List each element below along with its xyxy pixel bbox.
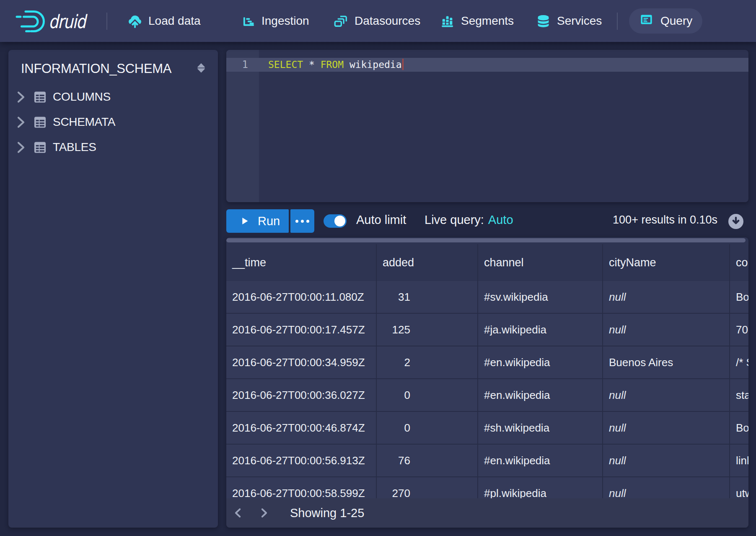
cloud-upload-icon bbox=[128, 14, 142, 28]
table-cell[interactable]: #en.wikipedia bbox=[477, 346, 602, 378]
table-cell[interactable]: 70:44:appended text bbox=[729, 314, 748, 346]
cell-value: 270 bbox=[383, 487, 410, 500]
chevron-right-icon[interactable] bbox=[14, 115, 27, 129]
download-icon[interactable] bbox=[728, 214, 743, 229]
table-cell[interactable]: 0 bbox=[376, 379, 477, 411]
table-cell[interactable]: 2 bbox=[376, 346, 477, 378]
table-cell[interactable]: #sv.wikipedia bbox=[477, 281, 602, 313]
table-cell[interactable]: null bbox=[602, 314, 729, 346]
table-cell[interactable]: /* Status */ fixed bbox=[729, 346, 748, 378]
more-dot bbox=[295, 220, 298, 223]
table-cell[interactable]: 0 bbox=[376, 412, 477, 444]
nav-item-datasources[interactable]: Datasources bbox=[334, 0, 420, 42]
table-cell[interactable]: null bbox=[602, 412, 729, 444]
table-cell[interactable]: 2016-06-27T00:00:34.959Z bbox=[226, 346, 376, 378]
table-cell[interactable]: stats update bbox=[729, 379, 748, 411]
table-row: 2016-06-27T00:00:56.913Z76#en.wikipedian… bbox=[226, 445, 748, 477]
table-row: 2016-06-27T00:00:34.959Z2#en.wikipediaBu… bbox=[226, 346, 748, 379]
nav-item-query[interactable]: Query bbox=[629, 8, 702, 34]
next-page-icon[interactable] bbox=[258, 507, 270, 519]
run-button[interactable]: Run bbox=[226, 209, 289, 233]
live-query-label: Live query:Auto bbox=[425, 202, 513, 237]
nav-item-load-data[interactable]: Load data bbox=[128, 0, 201, 42]
database-icon bbox=[536, 14, 550, 28]
nav-item-ingestion[interactable]: Ingestion bbox=[241, 0, 309, 42]
column-header-comment[interactable]: comment bbox=[729, 244, 748, 281]
table-cell[interactable]: null bbox=[602, 445, 729, 476]
editor-code-line[interactable]: SELECT * FROM wikipedia bbox=[268, 58, 404, 72]
tree-item-label: COLUMNS bbox=[53, 90, 111, 104]
table-cell[interactable]: #en.wikipedia bbox=[477, 445, 602, 476]
table-cell[interactable]: #en.wikipedia bbox=[477, 379, 602, 411]
table-cell[interactable]: #sh.wikipedia bbox=[477, 412, 602, 444]
prev-page-icon[interactable] bbox=[232, 507, 244, 519]
table-cell[interactable]: links fixed bbox=[729, 445, 748, 476]
sql-token bbox=[344, 59, 350, 70]
column-header-time[interactable]: __time bbox=[226, 244, 376, 281]
column-header-channel[interactable]: channel bbox=[477, 244, 602, 281]
cell-value: 0 bbox=[383, 389, 410, 402]
nav-divider bbox=[106, 13, 107, 30]
cell-value: 125 bbox=[383, 323, 410, 336]
table-cell[interactable]: 2016-06-27T00:00:11.080Z bbox=[226, 281, 376, 313]
nav-item-label: Segments bbox=[461, 14, 514, 28]
cell-value: 31 bbox=[383, 291, 410, 304]
tree-item-schemata[interactable]: SCHEMATA bbox=[8, 109, 218, 135]
run-more-button[interactable] bbox=[290, 209, 314, 233]
table-cell[interactable]: 76 bbox=[376, 445, 477, 476]
tree-item-tables[interactable]: TABLES bbox=[8, 135, 218, 160]
nav-item-services[interactable]: Services bbox=[536, 0, 602, 42]
tree-item-label: TABLES bbox=[53, 141, 96, 154]
chevron-right-icon[interactable] bbox=[14, 90, 27, 104]
table-cell[interactable]: 2016-06-27T00:00:56.913Z bbox=[226, 445, 376, 476]
nav-item-label: Ingestion bbox=[261, 14, 309, 28]
cell-value: 0 bbox=[383, 422, 410, 435]
table-cell[interactable]: 2016-06-27T00:00:17.457Z bbox=[226, 314, 376, 346]
table-cell[interactable]: Buenos Aires bbox=[602, 346, 729, 378]
null-value: null bbox=[609, 323, 626, 336]
table-cell[interactable]: Bot: Fixar dubbla omdirigeringar bbox=[729, 281, 748, 313]
tree-item-columns[interactable]: COLUMNS bbox=[8, 84, 218, 109]
schema-title: INFORMATION_SCHEMA bbox=[21, 61, 171, 76]
column-header-cityName[interactable]: cityName bbox=[602, 244, 729, 281]
editor-cursor bbox=[402, 59, 404, 70]
sql-token bbox=[303, 59, 309, 70]
table-cell[interactable]: Bot: Automatska zamjena teksta bbox=[729, 412, 748, 444]
table-cell[interactable]: 125 bbox=[376, 314, 477, 346]
table-cell[interactable]: null bbox=[602, 379, 729, 411]
null-value: null bbox=[609, 389, 626, 402]
toggle-knob bbox=[334, 216, 345, 226]
column-header-added[interactable]: added bbox=[376, 244, 477, 281]
stacked-chart-icon bbox=[440, 14, 454, 28]
auto-limit-toggle[interactable] bbox=[324, 214, 347, 228]
schema-selector[interactable]: INFORMATION_SCHEMA bbox=[21, 61, 208, 76]
more-dot bbox=[301, 220, 304, 223]
table-cell[interactable]: 2016-06-27T00:00:46.874Z bbox=[226, 412, 376, 444]
table-cell[interactable]: 2016-06-27T00:00:36.027Z bbox=[226, 379, 376, 411]
horizontal-scrollbar[interactable] bbox=[226, 238, 746, 242]
live-query-value[interactable]: Auto bbox=[488, 213, 513, 227]
cell-value: 2 bbox=[383, 356, 410, 369]
druid-logo[interactable] bbox=[16, 10, 45, 33]
null-value: null bbox=[609, 291, 626, 304]
auto-limit-label: Auto limit bbox=[356, 202, 406, 237]
table-row: 2016-06-27T00:00:36.027Z0#en.wikipedianu… bbox=[226, 379, 748, 412]
query-editor[interactable]: 1 SELECT * FROM wikipedia bbox=[226, 50, 748, 202]
nav-item-segments[interactable]: Segments bbox=[440, 0, 514, 42]
chevron-right-icon[interactable] bbox=[14, 141, 27, 154]
sql-token: * bbox=[309, 59, 315, 70]
results-body: 2016-06-27T00:00:11.080Z31#sv.wikipedian… bbox=[226, 281, 748, 510]
druid-wordmark: druid bbox=[49, 11, 85, 32]
editor-gutter bbox=[226, 50, 259, 202]
sql-token: wikipedia bbox=[350, 59, 402, 70]
run-button-label: Run bbox=[258, 214, 280, 228]
results-header-row: __timeaddedchannelcityNamecomment bbox=[226, 244, 748, 281]
table-icon bbox=[34, 141, 47, 154]
table-cell[interactable]: #ja.wikipedia bbox=[477, 314, 602, 346]
sql-token bbox=[315, 59, 321, 70]
table-cell[interactable]: 31 bbox=[376, 281, 477, 313]
nav-item-label: Services bbox=[557, 14, 602, 28]
double-caret-vertical-icon bbox=[194, 61, 208, 76]
more-dot bbox=[306, 220, 309, 223]
table-cell[interactable]: null bbox=[602, 281, 729, 313]
